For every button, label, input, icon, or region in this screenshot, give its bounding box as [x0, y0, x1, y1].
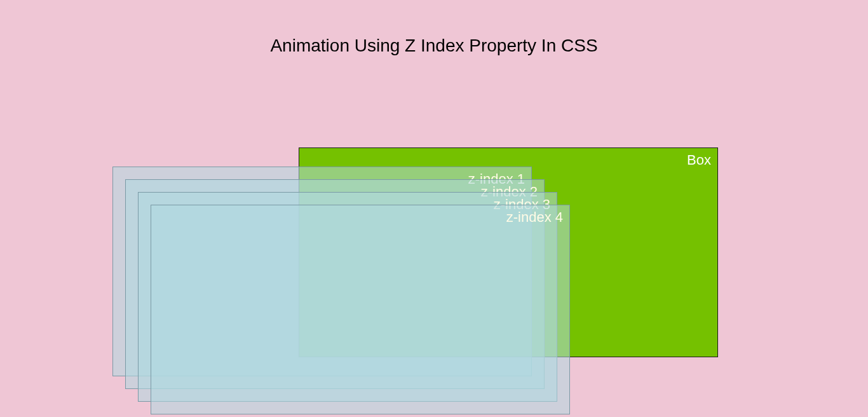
z-index-layer-4: z-index 4	[151, 205, 570, 414]
z-index-layer-4-label: z-index 4	[506, 209, 563, 225]
page-title: Animation Using Z Index Property In CSS	[0, 36, 868, 56]
box-label: Box	[687, 152, 711, 168]
stage: Animation Using Z Index Property In CSS …	[0, 0, 868, 417]
